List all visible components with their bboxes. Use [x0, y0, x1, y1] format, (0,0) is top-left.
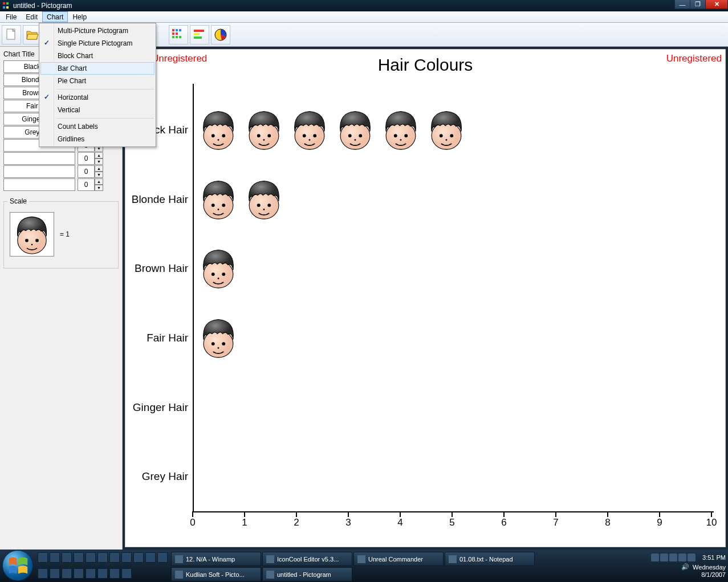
svg-rect-7	[176, 36, 178, 38]
x-tick-label: 7	[553, 517, 558, 528]
task-icon	[357, 555, 365, 563]
menu-chart[interactable]: Chart	[42, 11, 68, 22]
new-file-button[interactable]	[2, 25, 21, 44]
taskbar-task[interactable]: Kudlian Soft - Picto...	[171, 567, 261, 581]
category-label: Ginger Hair	[133, 401, 188, 414]
pictogram-icon	[197, 247, 237, 289]
spin-down-button[interactable]: ▼	[95, 172, 103, 178]
category-name-input[interactable]	[3, 152, 75, 165]
category-label: Brown Hair	[135, 262, 188, 275]
pictogram-icon	[334, 108, 374, 150]
taskbar-task[interactable]: untitled - Pictogram	[262, 567, 352, 581]
tray-icon[interactable]	[688, 553, 696, 561]
category-value-input[interactable]	[78, 165, 95, 178]
pictogram-icon	[197, 316, 237, 359]
menu-edit[interactable]: Edit	[21, 11, 42, 22]
svg-point-24	[263, 139, 265, 141]
category-value-input[interactable]	[78, 152, 95, 165]
spin-down-button[interactable]: ▼	[95, 158, 103, 165]
spin-up-button[interactable]: ▲	[95, 165, 103, 172]
svg-rect-8	[179, 36, 181, 38]
minimize-button[interactable]: —	[674, 0, 690, 9]
svg-rect-11	[194, 36, 202, 39]
svg-point-18	[212, 134, 215, 137]
svg-point-38	[440, 134, 443, 137]
svg-point-16	[31, 244, 33, 246]
svg-point-40	[446, 139, 448, 141]
category-value-input[interactable]	[78, 178, 95, 191]
pictogram-icon	[243, 178, 283, 220]
multi-pictogram-icon	[171, 28, 186, 42]
close-button[interactable]: ✕	[705, 0, 728, 9]
tray-icon[interactable]	[660, 553, 668, 561]
spin-down-button[interactable]: ▼	[95, 185, 103, 191]
y-axis	[193, 84, 194, 512]
data-row: ▲▼	[3, 165, 119, 178]
x-tick-label: 9	[657, 517, 662, 528]
pie-chart-button[interactable]	[211, 25, 230, 44]
taskbar-task[interactable]: Unreal Commander	[353, 552, 444, 566]
x-tick-label: 3	[345, 517, 351, 528]
category-name-input[interactable]	[3, 178, 75, 191]
x-tick-label: 4	[397, 517, 402, 528]
category-label: Blonde Hair	[132, 193, 188, 206]
taskbar-task[interactable]: 01.08.txt - Notepad	[445, 552, 535, 566]
app-icon	[2, 2, 10, 10]
maximize-button[interactable]: ❐	[690, 0, 706, 9]
menu-item-count-labels[interactable]: Count Labels	[40, 120, 154, 133]
pictogram-icon	[197, 178, 237, 220]
bar-chart-icon	[192, 28, 207, 42]
chart-menu-dropdown: Multi-Picture Pictogram✓Single Picture P…	[39, 23, 156, 147]
multi-picture-button[interactable]	[169, 25, 188, 44]
x-tick	[711, 511, 712, 517]
menu-item-horizontal[interactable]: ✓Horizontal	[40, 91, 154, 104]
tray-icon[interactable]	[651, 553, 659, 561]
svg-point-14	[25, 239, 29, 242]
menu-item-vertical[interactable]: Vertical	[40, 104, 154, 116]
task-icon	[266, 555, 274, 563]
x-tick	[607, 511, 608, 517]
svg-point-56	[218, 347, 219, 349]
tray-icon[interactable]	[678, 553, 686, 561]
x-axis	[193, 511, 714, 512]
menu-help[interactable]: Help	[68, 11, 91, 22]
svg-rect-2	[176, 29, 178, 31]
x-tick	[192, 511, 193, 517]
svg-point-26	[303, 134, 306, 137]
svg-point-31	[359, 134, 362, 137]
task-icon	[266, 571, 274, 579]
x-tick-label: 2	[294, 517, 299, 528]
menubar: File Edit Chart Help	[0, 11, 728, 23]
x-tick	[452, 511, 453, 517]
svg-point-34	[394, 134, 397, 137]
tray-icon[interactable]	[669, 553, 677, 561]
taskbar-task[interactable]: 12. N/A - Winamp	[171, 552, 261, 566]
x-tick	[296, 511, 297, 517]
category-label: Fair Hair	[147, 332, 188, 344]
data-row: ▲▼	[3, 178, 119, 191]
task-icon	[175, 571, 183, 579]
menu-item-pie-chart[interactable]: Pie Chart	[40, 75, 154, 87]
chart-canvas: Unregistered Unregistered Hair Colours 0…	[125, 49, 726, 547]
task-icon	[175, 555, 183, 563]
menu-item-bar-chart[interactable]: Bar Chart	[40, 62, 154, 75]
svg-point-52	[218, 278, 219, 279]
menu-item-block-chart[interactable]: Block Chart	[40, 50, 154, 62]
bar-chart-button[interactable]	[190, 25, 209, 44]
x-tick-label: 0	[190, 517, 195, 528]
svg-point-22	[257, 134, 261, 137]
menu-file[interactable]: File	[1, 11, 21, 22]
menu-item-gridlines[interactable]: Gridlines	[40, 133, 154, 145]
menu-item-single-picture-pictogram[interactable]: ✓Single Picture Pictogram	[40, 37, 154, 50]
scale-equals: = 1	[60, 230, 70, 238]
taskbar-task[interactable]: IconCool Editor v5.3...	[262, 552, 352, 566]
menu-item-multi-picture-pictogram[interactable]: Multi-Picture Pictogram	[40, 25, 154, 37]
category-name-input[interactable]	[3, 165, 75, 178]
category-label: Grey Hair	[142, 470, 188, 483]
spin-up-button[interactable]: ▲	[95, 152, 103, 158]
spin-up-button[interactable]: ▲	[95, 178, 103, 185]
volume-icon[interactable]: 🔊	[681, 563, 689, 571]
pictogram-icon	[288, 108, 328, 150]
svg-rect-1	[172, 29, 174, 31]
svg-point-55	[222, 342, 225, 345]
